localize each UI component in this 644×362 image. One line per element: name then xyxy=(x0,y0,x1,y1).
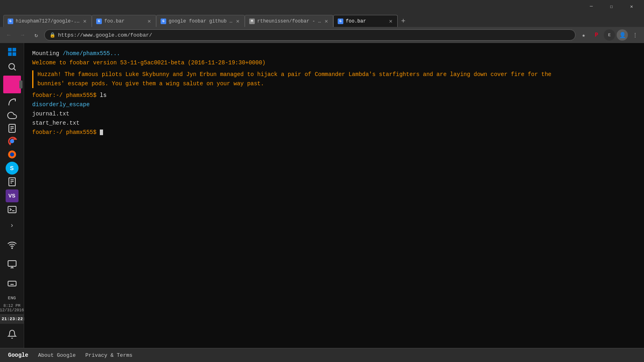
tab-title-3: google foobar github -... xyxy=(169,19,233,24)
skype-icon[interactable]: S xyxy=(3,162,21,175)
minimize-button[interactable]: — xyxy=(582,0,601,13)
date-display: 12/31/2016 xyxy=(0,308,24,313)
keyboard-icon[interactable] xyxy=(3,275,21,292)
lock-icon: 🔒 xyxy=(50,32,56,38)
ls-dir: disorderly_escape xyxy=(32,101,636,109)
tab-title-4: rtheunissen/foobar - Lib... xyxy=(257,19,322,24)
tab-title-2: foo.bar xyxy=(104,19,144,24)
window-controls: — ☐ ✕ xyxy=(582,0,641,13)
url-field[interactable]: 🔒 https://www.google.com/foobar/ xyxy=(44,29,576,41)
notepad-icon[interactable] xyxy=(3,176,21,187)
tab-github[interactable]: G google foobar github -... ✕ xyxy=(156,15,245,27)
huzzah-line1: Huzzah! The famous pilots Luke Skybunny … xyxy=(37,70,636,79)
pink-app-icon[interactable] xyxy=(3,76,21,93)
tab-favicon-2: G xyxy=(96,19,102,24)
huzzah-line2: bunnies' escape pods. You give them a wi… xyxy=(37,80,636,88)
about-google-link[interactable]: About Google xyxy=(38,352,76,358)
tab-rtheunissen[interactable]: M rtheunissen/foobar - Lib... ✕ xyxy=(245,15,333,27)
address-bar: ← → ↻ 🔒 https://www.google.com/foobar/ ★… xyxy=(0,27,644,43)
svg-point-4 xyxy=(9,64,14,69)
browser-window: — ☐ ✕ G hieupham7127/google-... ✕ G foo.… xyxy=(0,0,644,362)
tab-title-1: hieupham7127/google-... xyxy=(16,19,80,24)
sidebar-bottom: › ENG 8:12 PM 12/31/2016 21:23:22:49 xyxy=(0,217,24,345)
new-tab-button[interactable]: + xyxy=(398,16,409,27)
mount-prefix: Mounting xyxy=(32,50,59,57)
profile-icon[interactable]: 👤 xyxy=(617,29,628,41)
search-icon[interactable] xyxy=(3,61,21,72)
chrome-icon[interactable] xyxy=(3,136,21,147)
start-icon[interactable] xyxy=(3,46,21,58)
tab-close-1[interactable]: ✕ xyxy=(83,17,87,25)
visual-studio-icon[interactable]: VS xyxy=(3,189,21,202)
tab-title-5: foo.bar xyxy=(346,19,386,24)
forward-button[interactable]: → xyxy=(17,29,28,41)
cmd-ls: ls xyxy=(100,92,107,99)
tab-close-4[interactable]: ✕ xyxy=(324,17,329,25)
svg-rect-24 xyxy=(8,281,16,286)
huzzah-block: Huzzah! The famous pilots Luke Skybunny … xyxy=(32,70,636,88)
reload-button[interactable]: ↻ xyxy=(31,29,42,41)
back-button[interactable]: ← xyxy=(3,29,14,41)
terminal2-icon[interactable] xyxy=(3,204,21,215)
version-line: Welcome to foobar version 53-11-g5ac0021… xyxy=(32,59,636,67)
clock-display: 21:23:22:49 xyxy=(0,314,24,324)
svg-point-20 xyxy=(12,248,12,249)
url-text: https://www.google.com/foobar/ xyxy=(58,32,152,38)
time-display: 8:12 PM xyxy=(0,304,24,308)
close-button[interactable]: ✕ xyxy=(622,0,641,13)
toolbar-icons: ★ P E 👤 ⋮ xyxy=(578,29,641,41)
svg-rect-1 xyxy=(12,48,16,51)
tab-favicon-1: G xyxy=(8,19,13,24)
mount-line: Mounting /home/phamx555... xyxy=(32,49,636,58)
prompt2-line: foobar:-/ phamx555$ xyxy=(32,128,636,137)
tab-favicon-5: G xyxy=(338,19,343,24)
prompt-ls: foobar:-/ phamx555$ ls xyxy=(32,91,636,100)
svg-rect-0 xyxy=(8,48,12,51)
curve-icon[interactable] xyxy=(3,97,21,108)
tab-close-2[interactable]: ✕ xyxy=(147,17,152,25)
wifi-icon[interactable] xyxy=(3,236,21,254)
prompt1: foobar:-/ phamx555$ xyxy=(32,92,97,99)
left-sidebar: S VS › xyxy=(0,43,24,348)
ls-dir-name: disorderly_escape xyxy=(32,101,90,108)
prompt2: foobar:-/ phamx555$ xyxy=(32,129,97,136)
menu-icon[interactable]: ⋮ xyxy=(630,29,641,41)
svg-line-5 xyxy=(14,68,16,70)
star-icon[interactable]: ★ xyxy=(578,29,589,41)
footer-bar: Google About Google Privacy & Terms xyxy=(0,348,644,362)
svg-point-11 xyxy=(10,139,14,143)
terminal-area[interactable]: Mounting /home/phamx555... Welcome to fo… xyxy=(24,43,644,348)
tab-favicon-3: G xyxy=(161,19,166,24)
title-bar: — ☐ ✕ xyxy=(0,0,644,13)
svg-point-13 xyxy=(10,152,14,156)
monitor-icon[interactable] xyxy=(3,255,21,273)
svg-rect-3 xyxy=(12,52,16,56)
expand-icon[interactable]: › xyxy=(3,217,21,234)
tab-close-5[interactable]: ✕ xyxy=(388,17,393,25)
privacy-terms-link[interactable]: Privacy & Terms xyxy=(85,352,132,358)
tab-close-3[interactable]: ✕ xyxy=(235,17,240,25)
notification-icon[interactable] xyxy=(3,325,21,343)
svg-rect-18 xyxy=(8,206,16,213)
tab-hieupham[interactable]: G hieupham7127/google-... ✕ xyxy=(3,15,92,27)
cursor xyxy=(100,130,103,135)
svg-rect-21 xyxy=(8,261,16,266)
cloud-icon[interactable] xyxy=(3,109,21,121)
tabs-bar: G hieupham7127/google-... ✕ G foo.bar ✕ … xyxy=(0,13,644,27)
language-label[interactable]: ENG xyxy=(6,294,18,302)
pinterest-icon[interactable]: P xyxy=(591,29,602,41)
tab-favicon-4: M xyxy=(249,19,255,24)
svg-rect-2 xyxy=(8,52,12,56)
google-logo[interactable]: Google xyxy=(8,352,28,358)
clock-time: 8:12 PM 12/31/2016 xyxy=(0,304,24,313)
mount-path: /home/phamx555... xyxy=(63,50,120,57)
ls-file1: journal.txt xyxy=(32,110,636,118)
tab-foobar-2[interactable]: G foo.bar ✕ xyxy=(92,15,156,27)
extension-icon[interactable]: E xyxy=(604,29,615,41)
maximize-button[interactable]: ☐ xyxy=(602,0,621,13)
document-icon[interactable] xyxy=(3,123,21,134)
main-area: S VS › xyxy=(0,43,644,348)
ls-file2: start_here.txt xyxy=(32,119,636,128)
firefox-icon[interactable] xyxy=(3,149,21,160)
tab-foobar-active[interactable]: G foo.bar ✕ xyxy=(333,15,398,27)
